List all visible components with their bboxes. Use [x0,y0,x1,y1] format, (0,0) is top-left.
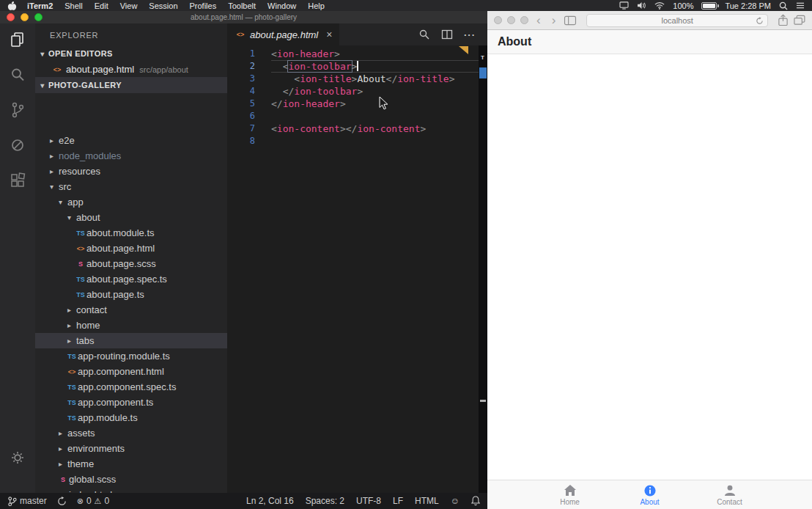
tree-folder-app[interactable]: ▾app [35,194,227,210]
volume-status-icon[interactable] [637,1,646,10]
split-editor-icon[interactable] [441,29,453,40]
tree-file-app.module.ts[interactable]: TSapp.module.ts [35,410,227,425]
tree-item-label: about [76,212,100,223]
overview-ruler[interactable]: T [479,45,487,493]
debug-icon[interactable] [9,136,26,154]
open-editors-section-header[interactable]: ▾ OPEN EDITORS [35,45,227,62]
notifications-bell-icon[interactable] [471,496,480,506]
menubar-menu-edit[interactable]: Edit [89,1,114,10]
menubar-menu-toolbelt[interactable]: Toolbelt [222,1,262,10]
more-actions-icon[interactable]: ··· [464,29,476,40]
encoding-setting[interactable]: UTF-8 [356,496,381,506]
close-tab-icon[interactable]: × [326,29,332,40]
close-window-button[interactable] [494,16,502,24]
tab-overview-icon[interactable] [794,15,805,26]
tree-file-app.component.spec.ts[interactable]: TSapp.component.spec.ts [35,379,227,395]
tab-button-about[interactable]: About [610,480,690,509]
tree-folder-node_modules[interactable]: ▸node_modules [35,148,227,164]
display-status-icon[interactable] [619,1,629,10]
battery-icon[interactable] [701,2,717,10]
cursor-position[interactable]: Ln 2, Col 16 [246,496,294,506]
tree-file-about.page.spec.ts[interactable]: TSabout.page.spec.ts [35,271,227,287]
tree-item-label: global.scss [69,474,116,485]
typescript-file-icon: TS [75,291,86,299]
explorer-icon[interactable] [9,31,26,48]
tree-file-global.scss[interactable]: Sglobal.scss [35,472,227,487]
problems-indicator[interactable]: ⊗ 0 ⚠ 0 [77,496,109,506]
indentation-setting[interactable]: Spaces: 2 [306,496,344,506]
extensions-icon[interactable] [9,172,26,189]
tree-folder-src[interactable]: ▾src [35,179,227,194]
menubar-menu-view[interactable]: View [114,1,144,10]
tab-button-contact[interactable]: Contact [690,480,769,509]
tree-folder-tabs[interactable]: ▸tabs [35,333,227,348]
tree-folder-theme[interactable]: ▸theme [35,456,227,472]
close-window-button[interactable] [7,13,15,21]
tree-folder-about[interactable]: ▾about [35,210,227,225]
feedback-smiley-icon[interactable]: ☺ [451,496,459,506]
wifi-status-icon[interactable] [654,1,665,10]
menubar-clock[interactable]: Tue 2:28 PM [725,1,771,10]
tree-item-label: about.page.ts [86,289,144,300]
tree-file-about.page.html[interactable]: <>about.page.html [35,241,227,256]
code-editor[interactable]: 1<ion-header>2 <ion-toolbar>3 <ion-title… [227,45,479,493]
tree-folder-resources[interactable]: ▸resources [35,164,227,179]
tree-item-label: app.component.spec.ts [78,381,176,392]
search-icon[interactable] [9,66,26,84]
forward-button[interactable]: › [549,14,559,26]
back-button[interactable]: ‹ [534,14,544,26]
zoom-window-button[interactable] [520,16,528,24]
branch-indicator[interactable]: master [7,496,47,507]
tab-button-home[interactable]: Home [530,480,610,509]
tree-folder-home[interactable]: ▸home [35,318,227,333]
tree-file-app.component.ts[interactable]: TSapp.component.ts [35,395,227,410]
spotlight-icon[interactable] [779,1,788,10]
vscode-title-bar[interactable]: about.page.html — photo-gallery [0,11,487,23]
tree-folder-assets[interactable]: ▸assets [35,425,227,441]
tree-file-about.module.ts[interactable]: TSabout.module.ts [35,225,227,241]
page-content [487,54,812,480]
tree-file-app.component.html[interactable]: <>app.component.html [35,364,227,379]
menubar-menu-window[interactable]: Window [262,1,302,10]
tree-folder-contact[interactable]: ▸contact [35,302,227,318]
source-control-icon[interactable] [9,101,26,119]
share-icon[interactable] [778,14,789,26]
apple-menu-icon[interactable] [7,1,17,11]
tree-item-label: home [76,320,100,331]
tree-file-about.page.scss[interactable]: Sabout.page.scss [35,256,227,271]
open-editor-item[interactable]: <> about.page.html src/app/about [35,62,227,77]
tree-file-index.html[interactable]: <>index.html [35,487,227,493]
menubar-app-name[interactable]: iTerm2 [21,1,59,10]
editor-tab-bar: <> about.page.html × ··· [227,23,487,45]
chevron-down-icon: ▾ [48,183,59,191]
minimize-window-button[interactable] [21,13,29,21]
sync-changes-button[interactable] [57,497,67,506]
eol-setting[interactable]: LF [393,496,403,506]
language-mode[interactable]: HTML [415,496,439,506]
find-in-file-icon[interactable] [418,29,430,40]
settings-gear-icon[interactable] [9,449,26,466]
reload-icon[interactable] [756,17,764,25]
address-bar[interactable]: localhost [586,14,768,27]
tree-file-about.page.ts[interactable]: TSabout.page.ts [35,287,227,302]
chevron-down-icon: ▾ [38,50,47,58]
tab-about-page-html[interactable]: <> about.page.html × [227,23,339,45]
contact-icon [723,484,737,497]
sidebar-toggle-icon[interactable] [564,15,577,26]
project-section-header[interactable]: ▾ PHOTO-GALLERY [35,77,227,93]
zoom-window-button[interactable] [34,13,43,21]
tree-item-label: app.component.html [78,366,164,377]
notification-center-icon[interactable] [796,1,805,10]
menubar-menu-help[interactable]: Help [302,1,331,10]
tree-folder-e2e[interactable]: ▸e2e [35,133,227,148]
menubar-menu-session[interactable]: Session [143,1,183,10]
minimize-window-button[interactable] [507,16,515,24]
tree-file-app-routing.module.ts[interactable]: TSapp-routing.module.ts [35,348,227,364]
safari-title-bar[interactable]: ‹ › localhost [487,11,812,30]
menubar-menu-shell[interactable]: Shell [59,1,88,10]
menubar-menu-profiles[interactable]: Profiles [184,1,223,10]
home-icon [563,484,577,497]
tree-folder-environments[interactable]: ▸environments [35,441,227,456]
tree-item-label: about.page.spec.ts [86,274,167,285]
tab-title: about.page.html [250,29,318,40]
